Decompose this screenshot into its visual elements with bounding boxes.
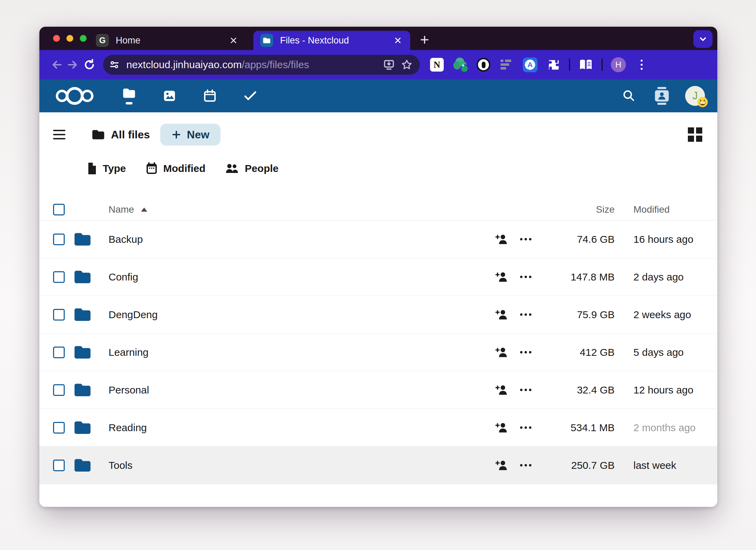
- new-button-label: New: [187, 128, 210, 141]
- user-avatar[interactable]: J: [685, 86, 705, 106]
- toolbar-divider: [602, 59, 603, 71]
- file-name[interactable]: Personal: [100, 384, 491, 396]
- column-header-size[interactable]: Size: [544, 204, 615, 215]
- file-row[interactable]: Tools 250.7 GB last week: [39, 447, 717, 484]
- file-list: Backup 74.6 GB 16 hours ago Config 147.8…: [39, 221, 717, 507]
- browser-profile-avatar[interactable]: H: [611, 57, 626, 72]
- minimize-window-button[interactable]: [66, 35, 73, 42]
- filter-people[interactable]: People: [225, 163, 278, 174]
- green-cloud-extension-icon[interactable]: +: [453, 57, 468, 72]
- app-tasks-icon[interactable]: [241, 82, 260, 110]
- navigation-toggle-icon[interactable]: [53, 127, 68, 142]
- more-actions-icon[interactable]: [515, 380, 536, 400]
- file-modified: 2 days ago: [633, 271, 704, 283]
- address-bar[interactable]: nextcloud.jinhuaiyao.com/apps/files/file…: [103, 55, 420, 75]
- more-actions-icon[interactable]: [515, 229, 536, 250]
- reading-list-icon[interactable]: [578, 57, 593, 72]
- share-icon[interactable]: [491, 304, 512, 325]
- file-size: 147.8 MB: [544, 271, 615, 283]
- grid-view-toggle-icon[interactable]: [686, 126, 704, 143]
- row-checkbox[interactable]: [53, 460, 65, 471]
- filter-type[interactable]: Type: [87, 162, 126, 175]
- select-all-checkbox[interactable]: [53, 204, 65, 215]
- share-icon[interactable]: [491, 267, 512, 287]
- file-row[interactable]: Config 147.8 MB 2 days ago: [39, 258, 717, 296]
- search-icon[interactable]: [619, 86, 639, 105]
- app-calendar-icon[interactable]: [200, 82, 219, 110]
- folder-icon: [65, 269, 100, 285]
- site-info-icon[interactable]: [106, 57, 122, 73]
- row-checkbox[interactable]: [53, 309, 65, 321]
- files-toolbar: All files New: [53, 121, 704, 148]
- more-actions-icon[interactable]: [515, 304, 536, 325]
- file-size: 74.6 GB: [544, 234, 615, 245]
- install-app-icon[interactable]: [381, 57, 396, 72]
- file-row[interactable]: Reading 534.1 MB 2 months ago: [39, 409, 717, 447]
- file-row[interactable]: Backup 74.6 GB 16 hours ago: [39, 221, 717, 258]
- notion-extension-icon[interactable]: N: [429, 57, 444, 72]
- file-name[interactable]: Learning: [100, 347, 491, 358]
- more-actions-icon[interactable]: [515, 267, 536, 287]
- nextcloud-folder-favicon: [260, 34, 273, 47]
- file-row[interactable]: DengDeng 75.9 GB 2 weeks ago: [39, 296, 717, 334]
- file-modified: 5 days ago: [633, 347, 704, 358]
- row-checkbox[interactable]: [53, 347, 65, 358]
- row-checkbox[interactable]: [53, 422, 65, 434]
- file-name[interactable]: Config: [100, 271, 491, 283]
- share-icon[interactable]: [491, 380, 512, 400]
- share-icon[interactable]: [491, 417, 512, 438]
- close-tab-icon[interactable]: [227, 34, 240, 47]
- tab-files-nextcloud[interactable]: Files - Nextcloud: [253, 31, 410, 50]
- folder-icon: [65, 307, 100, 322]
- file-row[interactable]: Learning 412 GB 5 days ago: [39, 334, 717, 371]
- folder-icon: [65, 420, 100, 435]
- share-icon[interactable]: [491, 455, 512, 476]
- reload-icon[interactable]: [81, 57, 98, 73]
- breadcrumb[interactable]: All files: [91, 128, 150, 141]
- file-row[interactable]: Personal 32.4 GB 12 hours ago: [39, 371, 717, 409]
- list-bars-extension-icon[interactable]: [499, 57, 514, 72]
- more-actions-icon[interactable]: [515, 417, 536, 438]
- forward-icon[interactable]: [65, 57, 81, 73]
- folder-icon: [65, 382, 100, 398]
- new-button[interactable]: New: [160, 124, 220, 146]
- share-icon[interactable]: [491, 229, 512, 250]
- nextcloud-logo[interactable]: [56, 87, 93, 105]
- file-name[interactable]: Reading: [100, 422, 491, 434]
- file-name[interactable]: DengDeng: [100, 309, 491, 321]
- tab-search-button[interactable]: [693, 30, 713, 48]
- app-menu: [119, 82, 260, 110]
- column-header-modified[interactable]: Modified: [633, 204, 704, 215]
- file-name[interactable]: Backup: [100, 234, 491, 245]
- new-tab-button[interactable]: [416, 31, 433, 49]
- zoom-window-button[interactable]: [80, 35, 87, 42]
- extensions-puzzle-icon[interactable]: [546, 57, 561, 72]
- one-password-extension-icon[interactable]: [476, 57, 491, 72]
- column-header-name[interactable]: Name: [100, 204, 491, 215]
- browser-menu-icon[interactable]: [634, 57, 649, 72]
- status-emoji: [697, 97, 708, 107]
- url-text[interactable]: nextcloud.jinhuaiyao.com/apps/files/file…: [126, 59, 379, 71]
- bookmark-star-icon[interactable]: [399, 57, 414, 72]
- contacts-icon[interactable]: [652, 86, 671, 105]
- close-window-button[interactable]: [53, 35, 60, 42]
- tab-home[interactable]: G Home: [89, 31, 246, 50]
- file-modified: 2 months ago: [633, 422, 704, 434]
- file-name[interactable]: Tools: [100, 460, 491, 471]
- more-actions-icon[interactable]: [515, 342, 536, 363]
- app-files-icon[interactable]: [119, 82, 139, 110]
- filter-modified[interactable]: Modified: [146, 162, 205, 175]
- close-tab-icon[interactable]: [392, 34, 404, 47]
- back-icon[interactable]: [48, 57, 65, 73]
- share-icon[interactable]: [491, 342, 512, 363]
- tab-strip: G Home Files - Nextcloud: [39, 27, 717, 50]
- sort-ascending-icon: [141, 208, 147, 212]
- extensions-row: N + A H: [429, 57, 649, 72]
- row-checkbox[interactable]: [53, 271, 65, 283]
- row-checkbox[interactable]: [53, 384, 65, 396]
- more-actions-icon[interactable]: [515, 455, 536, 476]
- translate-extension-icon[interactable]: A: [522, 57, 538, 72]
- app-photos-icon[interactable]: [160, 82, 179, 110]
- file-modified: 2 weeks ago: [633, 309, 704, 321]
- row-checkbox[interactable]: [53, 234, 65, 245]
